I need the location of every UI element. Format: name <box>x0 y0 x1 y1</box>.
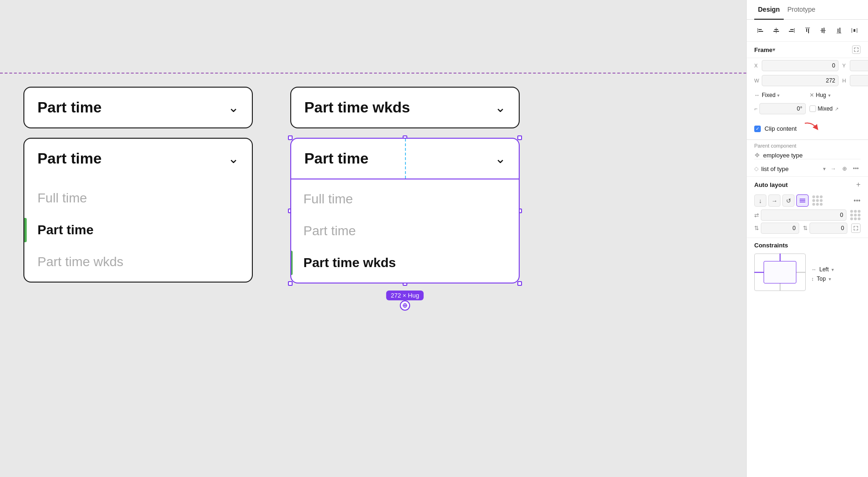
list-type-actions: → ⊕ ••• <box>829 164 861 173</box>
list-type-add-btn[interactable]: ⊕ <box>840 164 849 173</box>
dashed-line <box>0 73 746 74</box>
dropdown-open-right[interactable]: Part time ⌄ Full time Part time Part tim… <box>290 138 520 283</box>
svg-rect-8 <box>773 31 779 32</box>
dot <box>858 214 861 216</box>
constraint-left-dropdown[interactable]: Left <box>819 266 829 273</box>
canvas: Part time ⌄ Part time ⌄ Full time Part t… <box>0 0 746 477</box>
fixed-dropdown[interactable]: Fixed <box>762 92 775 98</box>
al-align-active-btn[interactable] <box>796 194 809 207</box>
frame-dropdown[interactable]: ▾ <box>772 46 775 53</box>
constraint-horizontal-row: ↔ Left ▾ <box>811 266 834 273</box>
list-item[interactable]: Part time wkds <box>290 247 520 279</box>
mixed-group: Mixed ↗ <box>809 103 861 114</box>
al-gap-row-2: ⇅ ⇅ <box>754 223 861 234</box>
right-panel: Design Prototype Frame ▾ <box>746 0 868 477</box>
svg-rect-13 <box>806 29 807 32</box>
w-input[interactable] <box>762 75 839 86</box>
dropdown-label-1: Part time <box>37 99 102 116</box>
corner-group: ⌐ <box>754 103 806 114</box>
dot <box>812 199 815 202</box>
component-icon: ❖ <box>754 151 760 159</box>
align-right-btn[interactable] <box>786 24 798 37</box>
tab-prototype[interactable]: Prototype <box>784 0 819 20</box>
svg-rect-17 <box>824 28 824 33</box>
list-type-more-btn[interactable]: ••• <box>851 164 861 173</box>
wh-inputs: W H <box>747 73 868 88</box>
x-input[interactable] <box>762 60 839 71</box>
al-gap-v-input[interactable] <box>761 223 799 234</box>
svg-rect-18 <box>837 33 841 33</box>
x-label: X <box>754 63 760 68</box>
dot <box>850 217 853 220</box>
align-left-btn[interactable] <box>754 24 766 37</box>
tab-design[interactable]: Design <box>754 0 784 20</box>
dot <box>816 203 819 206</box>
list-of-type-row: ◇ list of type ▾ → ⊕ ••• <box>747 161 868 177</box>
resize-icon[interactable] <box>400 300 410 311</box>
al-gap-v2-icon: ⇅ <box>803 225 808 231</box>
mixed-label[interactable]: Mixed <box>818 105 833 112</box>
al-more-btn[interactable]: ••• <box>853 197 861 204</box>
mixed-chevron: ↗ <box>835 106 839 112</box>
svg-rect-24 <box>800 199 805 200</box>
al-gap-v2-input[interactable] <box>809 223 848 234</box>
y-input[interactable] <box>850 60 868 71</box>
list-item[interactable]: Full time <box>290 183 520 215</box>
panel-tabs: Design Prototype <box>747 0 868 20</box>
list-item[interactable]: Part time <box>290 215 520 247</box>
list-type-arrow-btn[interactable]: → <box>829 164 838 173</box>
constraints-bottom-line <box>780 283 780 291</box>
chevron-down-icon-4: ⌄ <box>495 151 506 166</box>
list-item[interactable]: Full time <box>24 182 252 214</box>
constraints-right-line <box>796 272 806 273</box>
align-center-v-btn[interactable] <box>817 24 829 37</box>
list-item[interactable]: Part time wkds <box>24 246 252 278</box>
constraint-top-dropdown[interactable]: Top <box>817 276 826 282</box>
dropdown-label-2: Part time <box>37 150 102 167</box>
component-name[interactable]: employee type <box>763 152 803 159</box>
auto-layout-add-btn[interactable]: + <box>856 180 861 189</box>
dropdown-closed-left[interactable]: Part time ⌄ <box>23 87 253 128</box>
chevron-down-icon-2: ⌄ <box>228 151 239 166</box>
constraints-title: Constraints <box>754 242 861 249</box>
list-item[interactable]: Part time <box>24 214 252 246</box>
dropdown-header-right[interactable]: Part time ⌄ <box>291 139 519 179</box>
constraint-h-icon: ↔ <box>811 267 817 272</box>
align-center-h-btn[interactable] <box>770 24 782 37</box>
al-resize-btn[interactable] <box>851 224 861 233</box>
dropdown-open-left[interactable]: Part time ⌄ Full time Part time Part tim… <box>23 138 253 283</box>
dropdown-header-left[interactable]: Part time ⌄ <box>24 139 252 179</box>
svg-rect-15 <box>820 30 826 31</box>
svg-rect-16 <box>822 28 823 33</box>
frame-row: Frame ▾ <box>747 42 868 58</box>
al-down-btn[interactable]: ↓ <box>754 194 766 207</box>
align-bottom-btn[interactable] <box>833 24 845 37</box>
al-right-btn[interactable]: → <box>768 194 780 207</box>
components-area: Part time ⌄ Part time ⌄ Full time Part t… <box>23 87 520 283</box>
corner-radius-input[interactable] <box>759 103 805 114</box>
right-open-wrapper: Part time ⌄ Full time Part time Part tim… <box>290 138 520 283</box>
align-top-btn[interactable] <box>802 24 814 37</box>
list-type-chevron[interactable]: ▾ <box>823 166 826 172</box>
resize-frame-btn[interactable] <box>852 45 861 54</box>
mixed-icon <box>809 105 816 112</box>
svg-rect-21 <box>852 28 852 33</box>
h-input[interactable] <box>850 75 868 86</box>
hug-dropdown[interactable]: Hug <box>816 92 826 98</box>
fixed-chevron: ▾ <box>777 93 780 98</box>
constraint-v-icon: ↕ <box>811 276 814 282</box>
dropdown-label-4: Part time <box>304 150 368 167</box>
al-padding-grid <box>850 210 861 220</box>
align-toolbar <box>747 20 868 42</box>
al-gap-h-input[interactable] <box>761 209 846 221</box>
y-input-group: Y <box>842 60 868 71</box>
distribute-btn[interactable] <box>848 24 861 37</box>
svg-rect-3 <box>758 28 758 33</box>
dropdown-closed-right[interactable]: Part time wkds ⌄ <box>290 87 520 128</box>
clip-content-checkbox[interactable]: ✓ <box>754 126 761 132</box>
al-wrap-btn[interactable]: ↺ <box>782 194 794 207</box>
constraint-left-chevron: ▾ <box>831 267 834 272</box>
al-gap-h-group: ⇄ <box>754 209 846 221</box>
list-type-name[interactable]: list of type <box>761 165 820 172</box>
fixed-hug-row: ↔ Fixed ▾ ✕ Hug ▾ <box>747 90 868 100</box>
